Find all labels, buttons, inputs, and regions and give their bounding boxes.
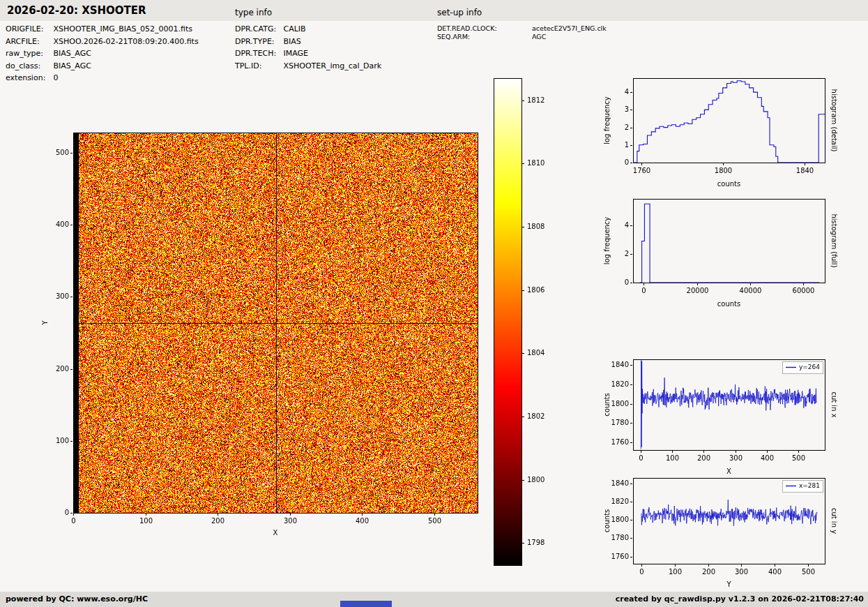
meta-value: IMAGE	[284, 47, 309, 60]
meta-label: ARCFILE:	[6, 36, 51, 48]
meta-label: SEQ.ARM:	[437, 33, 530, 41]
meta-row-dprcatg: DPR.CATG: CALIB	[235, 23, 381, 36]
type-metadata-block: DPR.CATG: CALIB DPR.TYPE: BIAS DPR.TECH:…	[235, 23, 381, 72]
meta-value: CALIB	[284, 23, 306, 36]
type-info-heading: type info	[235, 8, 272, 17]
cut-in-y-plot	[593, 470, 868, 590]
meta-value: XSHOOTER_IMG_BIAS_052_0001.fits	[54, 23, 192, 36]
colorbar	[488, 73, 558, 572]
meta-value: XSHOOTER_img_cal_Dark	[284, 60, 382, 73]
setup-info-heading: set-up info	[437, 8, 482, 17]
meta-label: raw_type:	[6, 47, 51, 60]
meta-row-readclock: DET.READ.CLOCK: acetecE2V57I_ENG.clk	[437, 24, 607, 33]
meta-row-dprtech: DPR.TECH: IMAGE	[235, 47, 381, 60]
meta-label: DPR.TECH:	[235, 47, 281, 60]
meta-label: extension:	[6, 72, 51, 84]
page-title: 2026-02-20: XSHOOTER	[7, 4, 146, 17]
histogram-full-plot	[593, 190, 868, 312]
meta-label: ORIGFILE:	[6, 23, 51, 36]
footer-blue-bar	[340, 601, 392, 607]
qc-report-page: 2026-02-20: XSHOOTER type info set-up in…	[0, 0, 868, 607]
meta-value: AGC	[532, 33, 546, 41]
meta-value: 0	[54, 72, 59, 84]
meta-row-dprtype: DPR.TYPE: BIAS	[235, 36, 381, 48]
meta-row-tplid: TPL.ID: XSHOOTER_img_cal_Dark	[235, 60, 381, 73]
meta-value: BIAS	[284, 36, 301, 48]
meta-label: TPL.ID:	[235, 60, 281, 73]
file-metadata-block: ORIGFILE: XSHOOTER_IMG_BIAS_052_0001.fit…	[6, 23, 199, 84]
footer-qc-link[interactable]: powered by QC: www.eso.org/HC	[6, 592, 148, 607]
meta-label: DPR.CATG:	[235, 23, 281, 36]
histogram-detail-plot	[593, 70, 868, 190]
cut-in-x-plot	[593, 351, 868, 480]
footer-bar: powered by QC: www.eso.org/HC created by…	[0, 592, 868, 607]
footer-created-by: created by qc_rawdisp.py v1.2.3 on 2026-…	[616, 592, 864, 607]
meta-label: do_class:	[6, 60, 51, 73]
setup-metadata-block: DET.READ.CLOCK: acetecE2V57I_ENG.clk SEQ…	[437, 24, 607, 40]
meta-value: acetecE2V57I_ENG.clk	[532, 24, 607, 33]
meta-row-doclass: do_class: BIAS_AGC	[6, 60, 199, 73]
meta-value: BIAS_AGC	[54, 47, 91, 60]
meta-row-arcfile: ARCFILE: XSHOO.2026-02-21T08:09:20.400.f…	[6, 36, 199, 48]
meta-row-extension: extension: 0	[6, 72, 199, 84]
header-bar: 2026-02-20: XSHOOTER type info set-up in…	[0, 0, 868, 21]
meta-row-rawtype: raw_type: BIAS_AGC	[6, 47, 199, 60]
meta-value: BIAS_AGC	[54, 60, 91, 73]
meta-value: XSHOO.2026-02-21T08:09:20.400.fits	[54, 36, 199, 48]
bias-image-heatmap	[28, 115, 488, 562]
meta-label: DPR.TYPE:	[235, 36, 281, 48]
meta-row-seqarm: SEQ.ARM: AGC	[437, 33, 607, 41]
meta-row-origfile: ORIGFILE: XSHOOTER_IMG_BIAS_052_0001.fit…	[6, 23, 199, 36]
meta-label: DET.READ.CLOCK:	[437, 24, 530, 33]
